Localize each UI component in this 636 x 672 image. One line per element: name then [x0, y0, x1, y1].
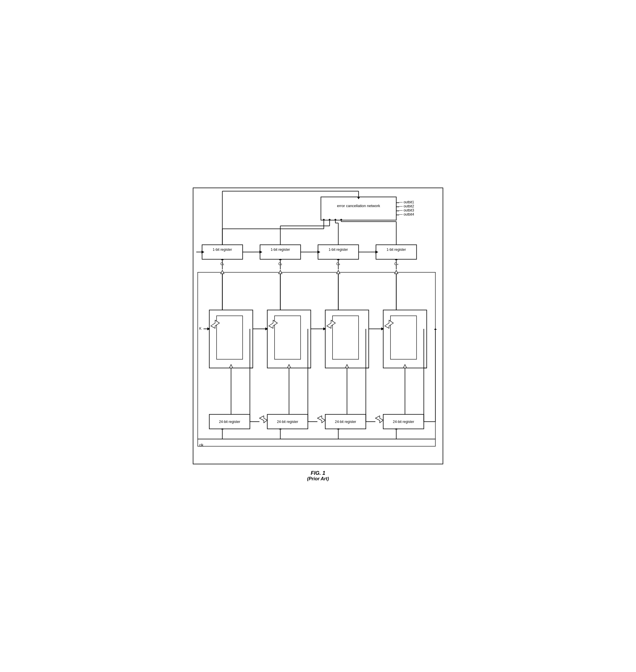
page-container: text { font-family: Arial, sans-serif; f… — [187, 179, 449, 493]
adder2-inner — [275, 316, 301, 359]
adder4-inner — [391, 316, 417, 359]
reg1bit-2-label: 1-bit register — [271, 248, 290, 252]
reg24-2-label: 24-bit register — [277, 420, 298, 424]
reg1bit-1 — [202, 245, 243, 259]
figure-caption: FIG. 1 (Prior Art) — [193, 470, 443, 481]
reg1bit-4-label: 1-bit register — [387, 248, 406, 252]
reg24-3-label: 24-bit register — [335, 420, 356, 424]
reg1bit-1-label: 1-bit register — [213, 248, 232, 252]
outbit3-label: — outbit3 — [399, 208, 414, 212]
ecn-box — [321, 197, 396, 220]
clk-label: clk — [199, 443, 203, 447]
fig-num: FIG. 1 — [193, 470, 443, 476]
circuit-diagram: text { font-family: Arial, sans-serif; f… — [193, 188, 443, 464]
diagram-wrapper: text { font-family: Arial, sans-serif; f… — [193, 187, 443, 464]
reg1bit-3 — [318, 245, 358, 259]
ecn-label: error cancellation network — [337, 204, 380, 208]
reg1bit-2 — [260, 245, 300, 259]
outbit1-label: — outbit1 — [399, 200, 414, 204]
k-label: K — [199, 327, 201, 331]
adder1-inner — [217, 316, 243, 359]
adder3-carry-arrow — [337, 270, 340, 274]
adder4-carry-arrow — [395, 270, 398, 274]
fig-sub: (Prior Art) — [193, 476, 443, 481]
reg1bit-3-label: 1-bit register — [329, 248, 348, 252]
adder3-inner — [333, 316, 359, 359]
outbit4-label: — outbit4 — [399, 212, 414, 216]
reg24-4-label: 24-bit register — [393, 420, 414, 424]
adder1-carry-arrow — [221, 270, 224, 274]
adder2-carry-arrow — [279, 270, 282, 274]
reg24-1-label: 24-bit register — [219, 420, 240, 424]
reg1bit-4 — [376, 245, 416, 259]
outbit2-label: — outbit2 — [399, 204, 414, 208]
